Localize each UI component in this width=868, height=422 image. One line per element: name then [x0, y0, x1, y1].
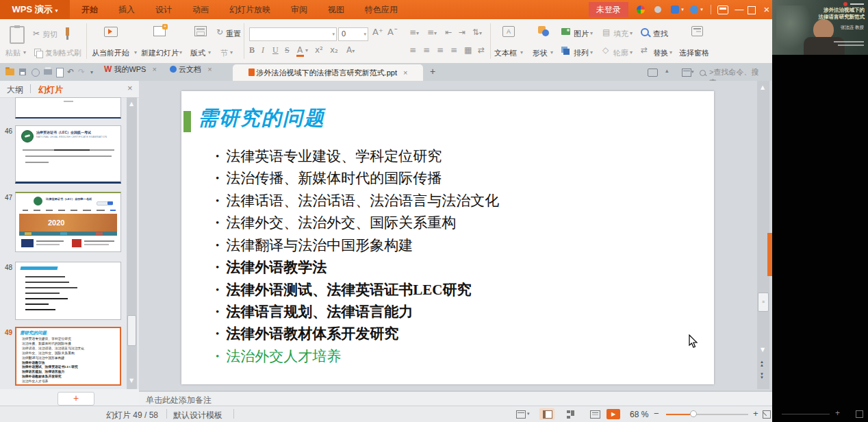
- chevron-down-icon[interactable]: ▾: [527, 411, 530, 417]
- slide-bullet[interactable]: 法律英语专业建设、学科定位研究: [216, 147, 442, 166]
- message-icon[interactable]: [648, 69, 658, 77]
- preview-icon[interactable]: [31, 69, 40, 77]
- zoom-slider-thumb[interactable]: [690, 410, 697, 417]
- previous-slide-button[interactable]: ▲▲: [760, 360, 764, 367]
- template-name[interactable]: 默认设计模板: [173, 410, 222, 421]
- selection-pane-button[interactable]: 选择窗格: [679, 48, 709, 58]
- new-tab-button[interactable]: +: [430, 66, 435, 77]
- panel-list-icon[interactable]: [682, 69, 691, 77]
- slide-thumbnail-45-partial[interactable]: [15, 97, 121, 119]
- slide-bullet[interactable]: 法治传播、新媒体时代的国际传播: [216, 169, 442, 188]
- cut-button[interactable]: 剪切: [42, 29, 58, 40]
- arrange-button[interactable]: 排列: [574, 48, 589, 58]
- increase-indent-icon[interactable]: ⇥: [459, 27, 465, 37]
- fill-button[interactable]: 填充: [613, 29, 628, 39]
- panel-scrollbar-thumb[interactable]: [127, 315, 136, 346]
- layout-button[interactable]: 版式: [190, 48, 205, 58]
- undo-icon[interactable]: ↶: [67, 67, 74, 77]
- viewer-zoom-in-button[interactable]: +: [835, 408, 840, 418]
- tab-insert[interactable]: 插入: [108, 0, 145, 19]
- paste-button[interactable]: 粘贴: [5, 48, 21, 58]
- tab-review[interactable]: 审阅: [281, 0, 318, 19]
- normal-view-button[interactable]: [539, 408, 554, 420]
- slide-bullet[interactable]: 法律外语测试、法律英语证书LEC研究: [216, 280, 471, 299]
- restore-button[interactable]: [748, 6, 756, 14]
- main-scrollbar-thumb[interactable]: ≡: [758, 293, 769, 312]
- reading-view-button[interactable]: [590, 410, 600, 419]
- tab-special[interactable]: 特色应用: [355, 0, 408, 19]
- play-slideshow-button[interactable]: ▶: [607, 409, 620, 419]
- font-size-select[interactable]: 0▾: [338, 27, 368, 41]
- scroll-up-icon[interactable]: ▲: [761, 84, 765, 90]
- strikethrough-button[interactable]: S: [285, 45, 290, 55]
- export-icon[interactable]: [56, 68, 64, 77]
- slide-bullet[interactable]: 法律外语教学法: [216, 258, 327, 277]
- reset-button[interactable]: 重置: [226, 29, 241, 39]
- line-spacing-icon[interactable]: ⇅▾: [472, 27, 482, 37]
- notes-pane[interactable]: 单击此处添加备注: [139, 390, 772, 406]
- italic-button[interactable]: I: [261, 45, 264, 55]
- folder-icon[interactable]: [5, 69, 14, 75]
- status-dot-icon[interactable]: [654, 6, 661, 13]
- slide-thumbnail-46[interactable]: 法律英语证书（LEC）全国统一考试 NATIONAL LEGAL ENGLISH…: [15, 125, 121, 184]
- section-button[interactable]: 节: [220, 48, 228, 58]
- scroll-down-icon[interactable]: ▼: [129, 377, 133, 384]
- tab-document-active[interactable]: 涉外法治视域下的法律语言研究新范式.ppt ×: [233, 64, 423, 81]
- zoom-out-button[interactable]: −: [654, 408, 659, 419]
- notes-placeholder[interactable]: 单击此处添加备注: [146, 395, 212, 406]
- text-effects-icon[interactable]: A▾: [346, 45, 355, 55]
- format-painter-button[interactable]: 格式刷: [59, 48, 81, 58]
- notes-toggle-icon[interactable]: [516, 410, 526, 419]
- shapes-button[interactable]: 形状: [533, 48, 548, 58]
- slide-bullet[interactable]: 法律翻译与法治中国形象构建: [216, 236, 413, 255]
- next-slide-button[interactable]: ▼▼: [760, 373, 764, 380]
- zoom-level[interactable]: 68 %: [630, 410, 648, 419]
- app-logo[interactable]: WPS 演示 ▾: [0, 0, 70, 19]
- tab-outline[interactable]: 大纲: [7, 84, 23, 96]
- webcam-video[interactable]: 涉外法治视域下的 法律语言研究新范式 张法连 教授: [772, 0, 868, 55]
- decrease-indent-icon[interactable]: ⇤: [445, 27, 452, 37]
- slide-bullet[interactable]: 法治外交人才培养: [216, 347, 341, 366]
- align-right-icon[interactable]: ≡: [437, 45, 444, 55]
- viewer-fullscreen-icon[interactable]: [856, 410, 863, 418]
- print-icon[interactable]: [44, 69, 52, 75]
- bold-button[interactable]: B: [249, 45, 255, 55]
- align-left-icon[interactable]: ≡: [409, 45, 416, 55]
- tab-slideshow[interactable]: 幻灯片放映: [219, 0, 281, 19]
- collapse-ribbon-icon[interactable]: ▴: [665, 67, 669, 74]
- font-color-icon[interactable]: A: [297, 45, 303, 55]
- tab-animation[interactable]: 动画: [182, 0, 219, 19]
- chevron-down-icon[interactable]: ▾: [698, 0, 705, 19]
- tab-home[interactable]: 开始: [71, 0, 108, 19]
- align-center-icon[interactable]: ≡: [423, 45, 430, 55]
- font-family-select[interactable]: ▾: [249, 27, 337, 41]
- numbered-list-icon[interactable]: ≡▾: [427, 27, 437, 37]
- add-slide-button[interactable]: +: [58, 392, 94, 406]
- underline-button[interactable]: U: [272, 45, 279, 55]
- zoom-in-button[interactable]: +: [753, 408, 758, 419]
- save-icon[interactable]: [19, 69, 26, 75]
- slide-bullet[interactable]: 法律外交、法治外交、国际关系重构: [216, 213, 456, 232]
- app-switch-icon[interactable]: [671, 5, 679, 14]
- picture-button[interactable]: 图片: [574, 29, 589, 39]
- bullet-list-icon[interactable]: ≡▾: [409, 27, 419, 37]
- close-panel-icon[interactable]: ×: [127, 83, 133, 93]
- slide-bullet[interactable]: 法律语言规划、法律语言能力: [216, 302, 413, 321]
- increase-font-icon[interactable]: A⁺: [372, 27, 383, 37]
- share-window-icon[interactable]: [717, 5, 728, 14]
- redo-icon[interactable]: ↷: [78, 67, 85, 77]
- textbox-button[interactable]: 文本框: [494, 48, 517, 58]
- copy-button[interactable]: 复制: [45, 48, 60, 58]
- slide-bullet[interactable]: 法律外语教材体系开发研究: [216, 324, 398, 343]
- outline-button[interactable]: 轮廓: [613, 48, 628, 58]
- slide-bullet[interactable]: 法律话语、法治话语、法治语言与法治文化: [216, 191, 499, 210]
- slide-thumbnail-47[interactable]: 法律英语证书（LEC）全国统一考试 2020: [15, 192, 121, 252]
- close-icon[interactable]: ×: [207, 65, 212, 73]
- find-button[interactable]: 查找: [653, 29, 668, 39]
- slide-thumbnail-48[interactable]: [15, 262, 121, 320]
- help-icon[interactable]: [690, 5, 698, 14]
- text-direction-icon[interactable]: ⇄: [478, 45, 485, 55]
- paste-icon[interactable]: [10, 26, 25, 44]
- columns-icon[interactable]: ▦: [464, 45, 472, 55]
- decrease-font-icon[interactable]: Aˉ: [387, 27, 398, 37]
